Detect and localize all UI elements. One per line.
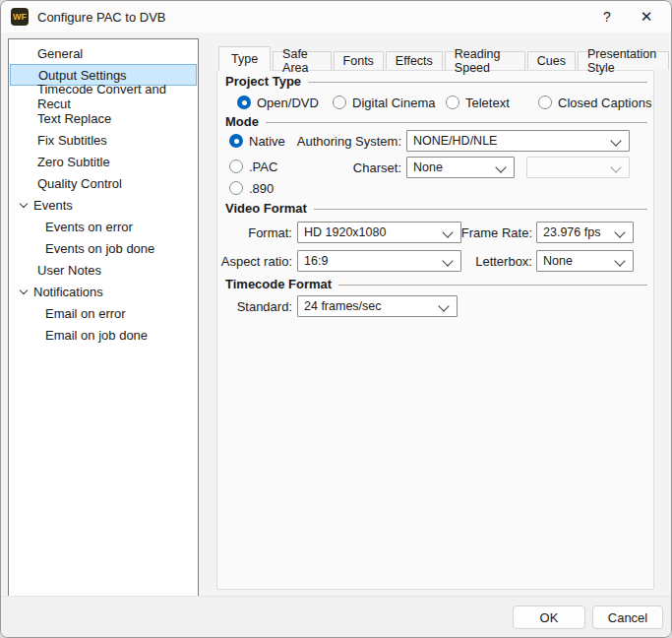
radio-button-icon[interactable] [229, 181, 243, 195]
sidebar-item-quality-control[interactable]: Quality Control [10, 172, 197, 194]
sidebar-item-user-notes[interactable]: User Notes [10, 259, 197, 281]
close-button[interactable]: ✕ [627, 1, 666, 32]
sidebar-item-email-on-job-done[interactable]: Email on job done [10, 324, 197, 346]
radio-890[interactable]: .890 [229, 180, 274, 196]
group-video-format: Video Format [225, 201, 647, 216]
tab-presentation-style[interactable]: Presentation Style [578, 51, 669, 70]
settings-nav-list: General Output Settings Timecode Convert… [8, 38, 199, 602]
group-mode: Mode [225, 114, 647, 129]
tab-safe-area[interactable]: Safe Area [273, 51, 331, 70]
sidebar-item-email-on-error[interactable]: Email on error [10, 302, 197, 324]
sidebar-item-fix-subtitles[interactable]: Fix Subtitles [10, 129, 197, 151]
format-label: Format: [227, 225, 292, 240]
radio-pac[interactable]: .PAC [229, 159, 277, 174]
letterbox-label: Letterbox: [458, 254, 532, 269]
chevron-down-icon [442, 226, 453, 237]
app-icon: WF [11, 8, 29, 26]
group-project-type: Project Type [225, 74, 647, 89]
sidebar-item-events[interactable]: Events [10, 194, 197, 216]
radio-button-icon[interactable] [446, 96, 459, 109]
chevron-down-icon [442, 255, 453, 266]
chevron-down-icon [614, 255, 625, 266]
frame-rate-select[interactable]: 23.976 fps [536, 222, 634, 243]
tab-fonts[interactable]: Fonts [334, 51, 384, 70]
aspect-ratio-select[interactable]: 16:9 [297, 250, 461, 272]
standard-select[interactable]: 24 frames/sec [297, 295, 458, 317]
radio-native[interactable]: Native [229, 133, 285, 149]
sidebar-item-timecode-convert[interactable]: Timecode Convert and Recut [10, 86, 197, 107]
group-timecode-format: Timecode Format [225, 277, 647, 291]
chevron-down-icon [495, 161, 506, 172]
chevron-down-icon [614, 226, 625, 237]
letterbox-select[interactable]: None [536, 250, 634, 272]
aspect-ratio-label: Aspect ratio: [219, 254, 292, 269]
authoring-system-label: Authoring System: [288, 134, 401, 149]
radio-closed-captions[interactable]: Closed Captions [538, 95, 651, 110]
charset-secondary-select [526, 157, 630, 178]
group-divider [338, 285, 647, 286]
radio-button-icon[interactable] [237, 96, 251, 109]
dialog-window: WF Configure PAC to DVB ? ✕ General Outp… [0, 0, 672, 638]
group-divider [308, 82, 647, 83]
tab-effects[interactable]: Effects [386, 51, 443, 70]
authoring-system-select[interactable]: NONE/HD/NLE [406, 130, 630, 152]
radio-teletext[interactable]: Teletext [446, 95, 510, 110]
group-title: Timecode Format [225, 277, 332, 291]
chevron-down-icon [610, 135, 621, 146]
group-divider [266, 122, 647, 123]
title-bar: WF Configure PAC to DVB ? ✕ [1, 1, 671, 32]
tab-reading-speed[interactable]: Reading Speed [445, 51, 525, 70]
tab-type[interactable]: Type [218, 46, 271, 71]
radio-button-icon[interactable] [333, 96, 346, 109]
chevron-down-icon [610, 161, 621, 172]
sidebar-item-notifications[interactable]: Notifications [10, 281, 197, 302]
radio-open-dvd[interactable]: Open/DVD [237, 95, 319, 110]
help-button[interactable]: ? [587, 1, 627, 32]
group-title: Project Type [225, 74, 301, 89]
group-divider [314, 209, 647, 210]
group-title: Video Format [225, 201, 307, 216]
sidebar-item-events-on-job-done[interactable]: Events on job done [10, 237, 197, 259]
radio-button-icon[interactable] [538, 96, 552, 109]
charset-label: Charset: [326, 160, 401, 175]
window-title: Configure PAC to DVB [37, 10, 166, 25]
frame-rate-label: Frame Rate: [454, 225, 532, 240]
radio-button-icon[interactable] [229, 134, 243, 148]
sidebar-item-zero-subtitle[interactable]: Zero Subtitle [10, 151, 197, 172]
radio-button-icon[interactable] [229, 160, 243, 173]
sidebar-item-events-on-error[interactable]: Events on error [10, 216, 197, 237]
tab-strip: Type Safe Area Fonts Effects Reading Spe… [218, 46, 671, 71]
standard-label: Standard: [227, 299, 292, 314]
dialog-footer: OK Cancel [1, 596, 671, 637]
chevron-down-icon [438, 300, 449, 311]
tab-cues[interactable]: Cues [527, 51, 576, 70]
chevron-down-icon[interactable] [20, 199, 28, 207]
format-select[interactable]: HD 1920x1080 [297, 222, 461, 243]
sidebar-item-general[interactable]: General [10, 42, 197, 64]
group-title: Mode [225, 114, 259, 129]
chevron-down-icon[interactable] [20, 286, 28, 293]
charset-select[interactable]: None [406, 157, 515, 178]
radio-digital-cinema[interactable]: Digital Cinema [333, 95, 436, 110]
ok-button[interactable]: OK [513, 606, 585, 629]
cancel-button[interactable]: Cancel [592, 606, 663, 629]
